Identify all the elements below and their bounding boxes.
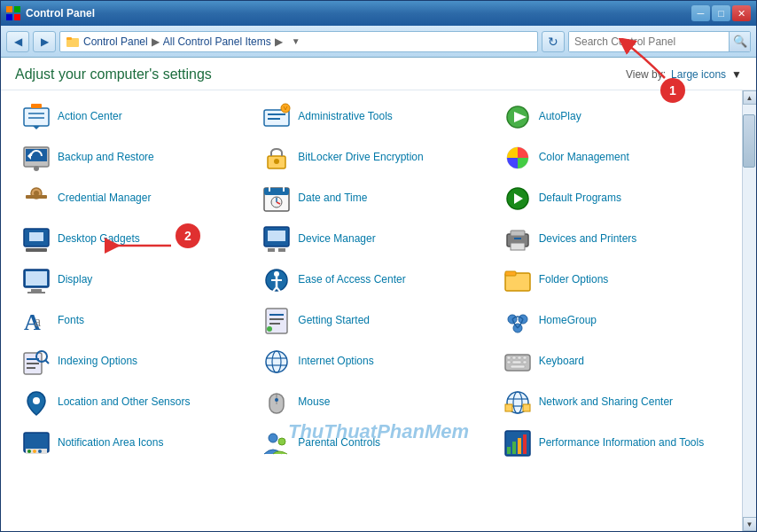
icon-label-network-sharing: Network and Sharing Center [539, 395, 673, 410]
view-by-chevron[interactable]: ▼ [731, 68, 742, 81]
icon-color-management [503, 144, 532, 172]
icon-location-sensors [22, 388, 51, 417]
icon-backup-restore [22, 144, 51, 172]
icon-item-action-center[interactable]: Action Center [15, 98, 254, 137]
scrollbar[interactable]: ▲ ▼ [742, 90, 756, 531]
svg-line-74 [45, 360, 49, 364]
icon-fonts: Aa [22, 307, 51, 335]
icon-default-programs [503, 184, 532, 213]
search-button[interactable]: 🔍 [729, 31, 750, 52]
icon-devices-printers [503, 225, 532, 254]
svg-rect-3 [14, 14, 20, 20]
svg-text:a: a [35, 314, 41, 329]
refresh-button[interactable]: ↻ [542, 31, 565, 52]
scroll-thumb[interactable] [743, 114, 755, 168]
icon-item-network-sharing[interactable]: Network and Sharing Center [496, 383, 735, 422]
svg-rect-45 [511, 243, 525, 250]
search-box-wrapper: 🔍 [568, 31, 751, 52]
icon-label-device-manager: Device Manager [298, 232, 375, 246]
icon-item-backup-restore[interactable]: Backup and Restore [15, 138, 254, 177]
icons-grid: Action CenterAdministrative ToolsAutoPla… [1, 90, 742, 531]
icon-item-display[interactable]: Display [15, 261, 254, 300]
icon-item-performance[interactable]: Performance Information and Tools [496, 424, 735, 463]
path-separator-2: ▶ [275, 35, 283, 48]
minimize-button[interactable]: ─ [691, 5, 710, 21]
icon-performance [503, 429, 532, 458]
address-box[interactable]: Control Panel ▶ All Control Panel Items … [59, 31, 538, 52]
icon-item-credential-manager[interactable]: Credential Manager [15, 179, 254, 218]
icon-item-date-time[interactable]: Date and Time [255, 179, 494, 218]
icon-item-autoplay[interactable]: AutoPlay [496, 98, 735, 137]
svg-rect-2 [6, 14, 12, 20]
back-button[interactable]: ◀ [6, 31, 29, 52]
svg-rect-80 [507, 356, 511, 359]
icon-label-desktop-gadgets: Desktop Gadgets [58, 232, 140, 246]
icon-item-desktop-gadgets[interactable]: Desktop Gadgets [15, 220, 254, 259]
icon-item-device-manager[interactable]: Device Manager [255, 220, 494, 259]
icon-item-parental-controls[interactable]: Parental Controls [255, 424, 494, 463]
icon-label-keyboard: Keyboard [539, 355, 584, 369]
view-by-value[interactable]: Large icons [671, 68, 726, 81]
icon-item-mouse[interactable]: Mouse [255, 383, 494, 422]
address-bar: ◀ ▶ Control Panel ▶ All Control Panel It… [1, 26, 756, 58]
icon-label-backup-restore: Backup and Restore [58, 151, 154, 165]
svg-rect-44 [511, 231, 525, 236]
icon-mouse [262, 388, 291, 417]
icon-label-homegroup: HomeGroup [539, 314, 597, 328]
svg-rect-40 [268, 231, 285, 241]
icon-item-getting-started[interactable]: Getting Started [255, 301, 494, 340]
scroll-track[interactable] [743, 105, 757, 517]
address-chevron[interactable]: ▼ [292, 36, 300, 46]
icon-label-mouse: Mouse [298, 395, 330, 410]
icon-item-folder-options[interactable]: Folder Options [496, 261, 735, 300]
icon-label-administrative-tools: Administrative Tools [298, 110, 393, 124]
svg-rect-64 [269, 323, 280, 325]
search-input[interactable] [569, 32, 729, 51]
icon-item-fonts[interactable]: AaFonts [15, 301, 254, 340]
icon-item-bitlocker[interactable]: BitLocker Drive Encryption [255, 138, 494, 177]
title-bar-left: Control Panel [6, 6, 95, 20]
svg-rect-84 [507, 361, 511, 364]
icon-folder-options [503, 266, 532, 294]
svg-point-104 [278, 438, 285, 445]
svg-rect-106 [507, 447, 511, 454]
icon-item-default-programs[interactable]: Default Programs [496, 179, 735, 218]
icon-item-ease-of-access[interactable]: Ease of Access Center [255, 261, 494, 300]
forward-button[interactable]: ▶ [33, 31, 56, 52]
svg-point-19 [34, 166, 39, 171]
icon-item-administrative-tools[interactable]: Administrative Tools [255, 98, 494, 137]
icon-item-keyboard[interactable]: Keyboard [496, 342, 735, 381]
icon-item-indexing-options[interactable]: Indexing Options [15, 342, 254, 381]
svg-point-52 [274, 271, 279, 277]
scroll-down-button[interactable]: ▼ [743, 517, 757, 531]
icon-item-location-sensors[interactable]: Location and Other Sensors [15, 383, 254, 422]
icon-item-internet-options[interactable]: Internet Options [255, 342, 494, 381]
svg-rect-72 [27, 367, 35, 369]
title-bar-buttons: ─ □ ✕ [691, 5, 751, 21]
path-part-1: Control Panel [83, 35, 148, 48]
svg-rect-63 [269, 318, 284, 320]
icon-parental-controls [262, 429, 291, 458]
icon-credential-manager [22, 184, 51, 213]
content-wrapper: Adjust your computer's settings View by:… [1, 58, 756, 531]
icon-item-notification-area[interactable]: Notification Area Icons [15, 424, 254, 463]
svg-rect-83 [523, 356, 527, 359]
maximize-button[interactable]: □ [712, 5, 730, 21]
icon-internet-options [262, 348, 291, 376]
icon-label-ease-of-access: Ease of Access Center [298, 273, 405, 287]
icon-homegroup [503, 307, 532, 335]
icon-item-devices-printers[interactable]: Devices and Printers [496, 220, 735, 259]
icon-indexing-options [22, 348, 51, 376]
icon-item-homegroup[interactable]: HomeGroup [496, 301, 735, 340]
scroll-up-button[interactable]: ▲ [743, 90, 757, 105]
icon-administrative-tools [262, 103, 291, 131]
svg-rect-71 [27, 363, 39, 364]
svg-point-100 [27, 450, 31, 453]
icon-label-getting-started: Getting Started [298, 314, 370, 328]
window-title: Control Panel [26, 7, 95, 20]
svg-rect-26 [26, 195, 47, 199]
icon-keyboard [503, 348, 532, 376]
close-button[interactable]: ✕ [732, 5, 751, 21]
icon-item-color-management[interactable]: Color Management [496, 138, 735, 177]
svg-rect-6 [24, 108, 49, 126]
